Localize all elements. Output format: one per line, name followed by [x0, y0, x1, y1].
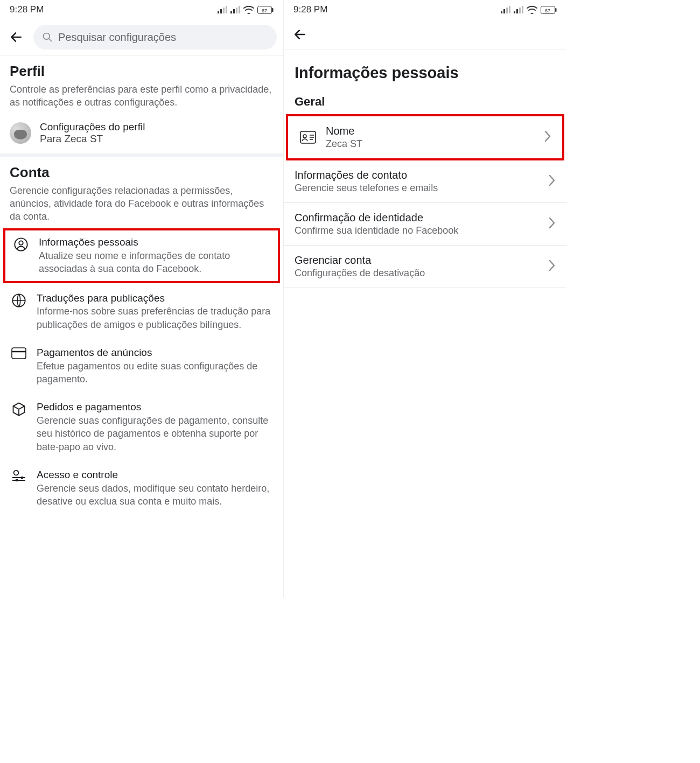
svg-rect-28 [516, 9, 518, 13]
svg-rect-24 [503, 9, 505, 13]
svg-rect-32 [555, 8, 557, 12]
row-title: Informações de contato [295, 169, 540, 181]
svg-rect-30 [522, 6, 523, 13]
svg-rect-5 [233, 9, 235, 13]
geral-subhead: Geral [284, 92, 566, 114]
top-bar [284, 19, 566, 50]
search-placeholder: Pesquisar configurações [58, 31, 176, 44]
settings-sliders-icon [10, 468, 28, 482]
list-item-title: Pagamentos de anúncios [37, 346, 274, 360]
svg-rect-4 [230, 11, 232, 13]
row-sub: Confirme sua identidade no Facebook [295, 225, 540, 236]
list-item-title: Informações pessoais [39, 236, 271, 249]
avatar [10, 122, 31, 144]
contato-row[interactable]: Informações de contato Gerencie seus tel… [284, 160, 566, 203]
informacoes-pessoais-item[interactable]: Informações pessoais Atualize seu nome e… [3, 228, 280, 283]
row-sub: Configurações de desativação [295, 268, 540, 279]
person-icon [12, 236, 30, 252]
globe-icon [10, 292, 28, 308]
battery-icon: 67 [541, 6, 557, 14]
list-item-desc: Atualize seu nome e informações de conta… [39, 249, 271, 276]
row-title: Gerenciar conta [295, 254, 540, 267]
row-sub: Gerencie seus telefones e emails [295, 183, 540, 194]
box-icon [10, 401, 28, 417]
svg-text:67: 67 [545, 8, 550, 13]
list-item-desc: Efetue pagamentos ou edite suas configur… [37, 360, 274, 386]
back-button[interactable] [290, 25, 310, 44]
card-icon [10, 346, 28, 359]
settings-pane: 9:28 PM 67 Pesquisar configurações Perfi… [0, 0, 283, 598]
identidade-row[interactable]: Confirmação de identidade Confirme sua i… [284, 203, 566, 246]
svg-line-12 [49, 39, 52, 41]
status-time: 9:28 PM [293, 4, 327, 15]
svg-point-18 [14, 470, 19, 475]
svg-rect-21 [21, 477, 23, 479]
svg-rect-9 [272, 8, 274, 12]
nome-row[interactable]: Nome Zeca ST [286, 114, 564, 160]
svg-rect-7 [239, 6, 240, 13]
id-card-icon [299, 131, 317, 144]
conta-section-header: Conta Gerencie configurações relacionada… [0, 157, 283, 228]
status-icons: 67 [218, 6, 274, 14]
svg-rect-6 [236, 8, 237, 13]
svg-rect-29 [519, 8, 521, 13]
svg-point-35 [303, 135, 306, 138]
svg-point-14 [19, 241, 23, 245]
svg-rect-2 [223, 8, 225, 13]
row-title: Confirmação de identidade [295, 212, 540, 224]
search-input[interactable]: Pesquisar configurações [33, 25, 277, 50]
list-item-title: Pedidos e pagamentos [37, 401, 274, 414]
list-item-desc: Gerencie suas configurações de pagamento… [37, 414, 274, 453]
signal-icon-2 [514, 6, 523, 13]
conta-desc: Gerencie configurações relacionadas a pe… [10, 184, 274, 223]
signal-icon-2 [230, 6, 240, 13]
svg-rect-26 [509, 6, 510, 13]
svg-rect-25 [506, 8, 508, 13]
profile-settings-sub: Para Zeca ST [40, 133, 145, 145]
svg-rect-16 [12, 348, 26, 359]
perfil-section-header: Perfil Controle as preferências para est… [0, 55, 283, 114]
gerenciar-conta-row[interactable]: Gerenciar conta Configurações de desativ… [284, 246, 566, 288]
top-bar: Pesquisar configurações [0, 19, 283, 55]
traducoes-item[interactable]: Traduções para publicações Informe-nos s… [0, 284, 283, 339]
personal-info-pane: 9:28 PM 67 Informações pessoais Geral No… [283, 0, 566, 598]
wifi-icon [527, 6, 537, 14]
signal-icon-1 [218, 6, 227, 13]
svg-rect-27 [514, 11, 515, 13]
perfil-desc: Controle as preferências para este perfi… [10, 83, 274, 109]
status-bar: 9:28 PM 67 [0, 0, 283, 19]
status-time: 9:28 PM [10, 4, 44, 15]
svg-rect-0 [218, 11, 219, 13]
profile-settings-item[interactable]: Configurações do perfil Para Zeca ST [0, 114, 283, 157]
acesso-controle-item[interactable]: Acesso e controle Gerencie seus dados, m… [0, 461, 283, 515]
status-bar: 9:28 PM 67 [284, 0, 566, 19]
list-item-desc: Informe-nos sobre suas preferências de t… [37, 305, 274, 331]
chevron-right-icon [548, 260, 556, 274]
svg-rect-1 [220, 9, 222, 13]
arrow-left-icon [9, 30, 23, 44]
arrow-left-icon [293, 27, 307, 41]
row-title: Nome [326, 125, 535, 137]
status-icons: 67 [501, 6, 557, 14]
list-item-desc: Gerencie seus dados, modifique seu conta… [37, 482, 274, 508]
svg-rect-22 [16, 479, 18, 481]
search-icon [42, 32, 53, 43]
list-item-title: Acesso e controle [37, 468, 274, 482]
svg-text:67: 67 [262, 8, 267, 13]
profile-settings-title: Configurações do perfil [40, 121, 145, 133]
pedidos-pagamentos-item[interactable]: Pedidos e pagamentos Gerencie suas confi… [0, 393, 283, 461]
chevron-right-icon [544, 130, 551, 144]
pagamentos-anuncios-item[interactable]: Pagamentos de anúncios Efetue pagamentos… [0, 339, 283, 393]
svg-rect-23 [501, 11, 502, 13]
list-item-title: Traduções para publicações [37, 292, 274, 305]
page-title: Informações pessoais [284, 50, 566, 92]
row-sub: Zeca ST [326, 138, 535, 150]
perfil-heading: Perfil [10, 63, 274, 80]
back-button[interactable] [6, 27, 26, 47]
chevron-right-icon [548, 217, 556, 231]
conta-heading: Conta [10, 164, 274, 181]
signal-icon-1 [501, 6, 510, 13]
svg-rect-3 [226, 6, 227, 13]
battery-icon: 67 [257, 6, 274, 14]
wifi-icon [243, 6, 254, 14]
